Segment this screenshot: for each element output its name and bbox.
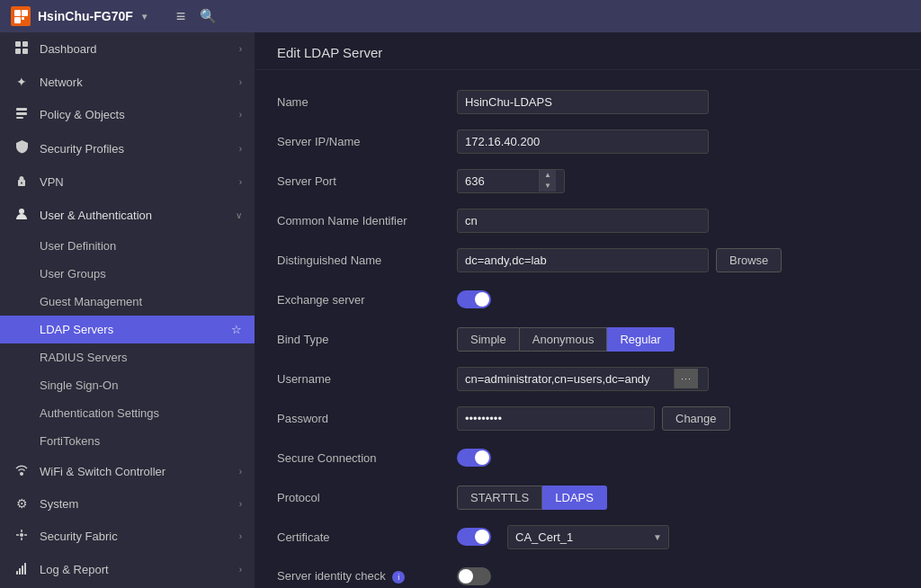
svg-rect-6 xyxy=(15,49,21,54)
form-row-secure-connection: Secure Connection xyxy=(277,444,899,471)
exchange-label: Exchange server xyxy=(277,293,457,307)
sidebar-label-user-auth: User & Authentication xyxy=(40,209,236,222)
protocol-starttls[interactable]: STARTTLS xyxy=(457,486,542,510)
secure-connection-toggle[interactable] xyxy=(457,449,491,467)
sidebar-item-dashboard[interactable]: Dashboard › xyxy=(0,32,255,66)
wifi-icon xyxy=(13,464,31,478)
sidebar-item-user-groups[interactable]: User Groups xyxy=(0,260,255,288)
sidebar-item-fortitokens[interactable]: FortiTokens xyxy=(0,427,255,455)
sidebar-item-vpn[interactable]: VPN › xyxy=(0,165,255,199)
sidebar-item-system[interactable]: ⚙ System › xyxy=(0,487,255,520)
certificate-control: CA_Cert_1 CA_Cert_2 ▼ xyxy=(457,525,899,549)
server-ip-control xyxy=(457,129,899,154)
chevron-right-icon: › xyxy=(239,177,242,187)
svg-rect-9 xyxy=(16,112,27,115)
sidebar-item-user-auth[interactable]: User & Authentication ∨ xyxy=(0,199,255,232)
sidebar-item-network[interactable]: ✦ Network › xyxy=(0,66,255,98)
sidebar-label-wifi-switch: WiFi & Switch Controller xyxy=(40,465,239,478)
svg-rect-2 xyxy=(14,17,21,23)
star-icon[interactable]: ☆ xyxy=(231,323,242,336)
sidebar-label-user-definition: User Definition xyxy=(40,239,116,253)
sidebar-label-vpn: VPN xyxy=(40,175,239,189)
certificate-select[interactable]: CA_Cert_1 CA_Cert_2 xyxy=(507,525,669,549)
form-row-bind-type: Bind Type Simple Anonymous Regular xyxy=(277,325,899,352)
main-content: Edit LDAP Server Name Server IP/Name Ser… xyxy=(255,32,921,588)
chevron-right-icon: › xyxy=(239,531,242,541)
sidebar-label-ldap-servers: LDAP Servers xyxy=(40,323,113,336)
chevron-right-icon: › xyxy=(239,467,242,477)
server-port-input[interactable] xyxy=(458,170,539,192)
system-icon: ⚙ xyxy=(13,496,31,511)
chevron-right-icon: › xyxy=(239,144,242,154)
log-report-icon xyxy=(13,562,31,577)
bind-type-group: Simple Anonymous Regular xyxy=(457,327,675,352)
svg-rect-5 xyxy=(22,41,28,47)
password-input[interactable] xyxy=(457,406,655,431)
browse-button[interactable]: Browse xyxy=(716,248,782,272)
protocol-ldaps[interactable]: LDAPS xyxy=(542,486,607,510)
svg-point-13 xyxy=(19,209,24,214)
sidebar-label-security-fabric: Security Fabric xyxy=(40,530,239,543)
menu-icon[interactable]: ≡ xyxy=(176,7,186,26)
sidebar-item-policy[interactable]: Policy & Objects › xyxy=(0,98,255,131)
username-input[interactable] xyxy=(458,368,674,390)
sidebar-item-wifi-switch[interactable]: WiFi & Switch Controller › xyxy=(0,455,255,487)
svg-rect-8 xyxy=(16,108,27,111)
bind-type-regular[interactable]: Regular xyxy=(607,327,675,352)
sidebar-label-radius-servers: RADIUS Servers xyxy=(40,351,128,364)
svg-point-12 xyxy=(21,183,22,184)
vpn-icon xyxy=(13,174,31,190)
form-area: Name Server IP/Name Server Port xyxy=(255,70,921,588)
sidebar-item-radius-servers[interactable]: RADIUS Servers xyxy=(0,343,255,371)
sidebar-label-single-sign-on: Single Sign-On xyxy=(40,379,118,392)
sidebar-label-user-groups: User Groups xyxy=(40,267,106,281)
svg-rect-10 xyxy=(16,117,23,119)
form-row-exchange: Exchange server xyxy=(277,286,899,313)
sidebar-item-user-definition[interactable]: User Definition xyxy=(0,232,255,260)
search-icon[interactable]: 🔍 xyxy=(200,8,217,24)
sidebar-item-log-report[interactable]: Log & Report › xyxy=(0,553,255,586)
change-button[interactable]: Change xyxy=(662,406,730,431)
device-logo[interactable]: HsinChu-FG70F ▼ xyxy=(11,6,149,26)
server-identity-toggle[interactable] xyxy=(457,567,491,585)
form-row-dn: Distinguished Name Browse xyxy=(277,246,899,273)
secure-connection-control xyxy=(457,449,899,467)
sidebar-label-network: Network xyxy=(40,76,239,89)
svg-rect-1 xyxy=(22,10,28,16)
spinner-up-button[interactable]: ▲ xyxy=(540,170,556,181)
server-port-spinner[interactable]: ▲ ▼ xyxy=(457,169,565,193)
sidebar-item-security-profiles[interactable]: Security Profiles › xyxy=(0,131,255,165)
form-row-name: Name xyxy=(277,88,899,115)
name-input[interactable] xyxy=(457,90,709,114)
cn-input[interactable] xyxy=(457,209,709,233)
bind-type-simple[interactable]: Simple xyxy=(457,327,520,352)
sidebar-item-auth-settings[interactable]: Authentication Settings xyxy=(0,399,255,427)
logo-icon xyxy=(11,6,31,26)
username-input-wrap[interactable]: ··· xyxy=(457,367,709,391)
chevron-down-icon: ∨ xyxy=(236,210,242,220)
certificate-toggle[interactable] xyxy=(457,528,491,546)
chevron-right-icon: › xyxy=(239,44,242,54)
username-ellipsis-button[interactable]: ··· xyxy=(674,369,698,388)
exchange-toggle[interactable] xyxy=(457,290,491,308)
sidebar-label-policy: Policy & Objects xyxy=(40,108,239,121)
sidebar-item-security-fabric[interactable]: Security Fabric › xyxy=(0,520,255,553)
bind-type-anonymous[interactable]: Anonymous xyxy=(520,327,608,352)
info-icon[interactable]: i xyxy=(392,571,405,584)
sidebar-item-guest-management[interactable]: Guest Management xyxy=(0,288,255,316)
form-row-certificate: Certificate CA_Cert_1 CA_Cert_2 ▼ xyxy=(277,523,899,550)
svg-rect-0 xyxy=(14,10,21,16)
chevron-right-icon: › xyxy=(239,77,242,87)
toggle-slider-secure xyxy=(457,449,491,467)
dn-input[interactable] xyxy=(457,248,709,272)
spinner-down-button[interactable]: ▼ xyxy=(540,181,556,192)
password-control: Change xyxy=(457,406,899,431)
server-ip-input[interactable] xyxy=(457,129,709,154)
form-row-server-identity: Server identity check i xyxy=(277,563,899,588)
svg-rect-4 xyxy=(15,41,21,47)
dropdown-chevron-icon[interactable]: ▼ xyxy=(140,12,149,22)
svg-rect-3 xyxy=(22,17,24,20)
sidebar-item-single-sign-on[interactable]: Single Sign-On xyxy=(0,371,255,399)
sidebar-item-ldap-servers[interactable]: LDAP Servers ☆ xyxy=(0,316,255,343)
device-name: HsinChu-FG70F xyxy=(38,9,133,23)
